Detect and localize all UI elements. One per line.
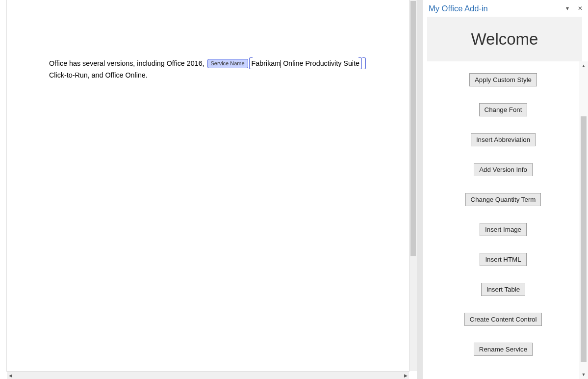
document-body[interactable]: Office has several versions, including O… (7, 0, 409, 80)
text-cursor (281, 60, 281, 68)
welcome-banner: Welcome (427, 17, 582, 61)
taskpane-menu-icon[interactable]: ▾ (563, 5, 571, 12)
taskpane-header: My Office Add-in ▾ ✕ (423, 0, 588, 17)
scroll-up-icon[interactable]: ▲ (579, 61, 588, 70)
content-control-text-part1: Fabrikam (252, 59, 281, 67)
content-control-text-part2: Online Productivity Suite (281, 59, 359, 67)
content-control-tag[interactable]: Service Name (207, 59, 248, 68)
scroll-left-icon[interactable]: ◀ (7, 372, 14, 379)
change-quantity-term-button[interactable]: Change Quantity Term (465, 193, 541, 206)
close-icon[interactable]: ✕ (576, 5, 584, 12)
apply-custom-style-button[interactable]: Apply Custom Style (469, 73, 537, 86)
scrollbar-thumb[interactable] (410, 1, 416, 256)
taskpane-body: Apply Custom Style Change Font Insert Ab… (427, 61, 588, 379)
insert-image-button[interactable]: Insert Image (480, 223, 527, 236)
add-version-info-button[interactable]: Add Version Info (474, 163, 533, 176)
document-page[interactable]: Office has several versions, including O… (7, 0, 409, 371)
rename-service-button[interactable]: Rename Service (474, 343, 533, 356)
body-text: Office has several versions, including O… (49, 59, 206, 67)
taskpane: My Office Add-in ▾ ✕ Welcome Apply Custo… (423, 0, 588, 379)
taskpane-title: My Office Add-in (429, 4, 488, 13)
content-control-bracket-open-icon (249, 58, 252, 70)
scrollbar-thumb[interactable] (581, 116, 587, 362)
insert-html-button[interactable]: Insert HTML (480, 253, 526, 266)
change-font-button[interactable]: Change Font (479, 103, 528, 116)
welcome-heading: Welcome (471, 30, 538, 49)
document-area: Office has several versions, including O… (0, 0, 417, 379)
content-control-bracket-close2-icon (362, 58, 366, 70)
body-text-line2: Click-to-Run, and Office Online. (49, 71, 148, 79)
document-vertical-scrollbar[interactable] (409, 0, 417, 371)
insert-table-button[interactable]: Insert Table (481, 283, 526, 296)
insert-abbreviation-button[interactable]: Insert Abbreviation (471, 133, 536, 146)
taskpane-scrollbar[interactable]: ▲ ▼ (579, 61, 588, 379)
scroll-down-icon[interactable]: ▼ (579, 370, 588, 379)
pane-separator[interactable] (417, 0, 423, 379)
document-horizontal-scrollbar[interactable]: ◀ ▶ (7, 372, 409, 379)
create-content-control-button[interactable]: Create Content Control (464, 313, 542, 326)
scroll-right-icon[interactable]: ▶ (402, 372, 409, 379)
